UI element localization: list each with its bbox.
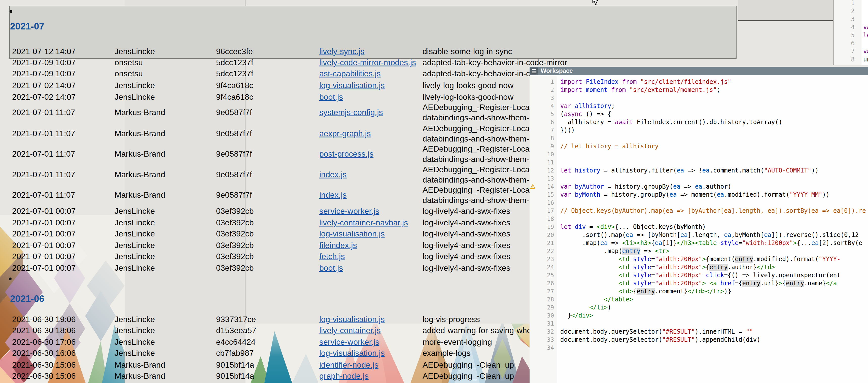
commit-file-link[interactable]: fetch.js (319, 252, 345, 261)
line-number: 30 (547, 312, 554, 319)
code-text: = (651, 256, 655, 263)
commit-message: databindings-and-show-them-i (423, 155, 531, 164)
line-number: 5 (551, 111, 554, 117)
commit-file-link[interactable]: index.js (319, 170, 347, 179)
code-text: ]]).reverse().slice(0,12 (771, 231, 859, 238)
code-fragment: le (863, 32, 868, 39)
commit-author: onsetsu (115, 58, 143, 67)
code-text: )) (822, 191, 830, 198)
line-number: 22 (547, 248, 554, 254)
commit-file-link[interactable]: identifier-node.js (319, 360, 378, 370)
commit-file-link[interactable]: service-worker.js (319, 338, 379, 347)
code-token-s: "width:1200px" (742, 240, 793, 247)
code-line: (async () => { (560, 110, 611, 118)
code-token-t: <td (618, 256, 629, 263)
code-line: })() (560, 127, 575, 134)
code-token-s: "YYYY- (819, 256, 841, 263)
commit-file-link[interactable]: log-visualisation.js (319, 349, 385, 358)
commit-file-link[interactable]: aexpr-graph.js (319, 129, 371, 138)
code-text: = (586, 223, 596, 230)
line-number: 6 (551, 119, 554, 125)
commit-file-link[interactable]: systemjs-config.js (319, 108, 383, 117)
commit-file-link[interactable]: lively-sync.js (319, 47, 365, 56)
line-number: 26 (547, 280, 554, 287)
line-number: 31 (547, 320, 554, 327)
commit-file-link[interactable]: boot.js (319, 263, 343, 273)
month-header-2021-06: 2021-06 (10, 294, 44, 304)
code-token-t: </td></tr> (688, 288, 724, 295)
window-titlebar[interactable]: Workspace (530, 67, 868, 75)
code-text: .name} (804, 280, 826, 287)
commit-date: 2021-07-01 00:07 (12, 218, 76, 227)
code-line: var byMonth = history.groupBy(ea => mome… (560, 191, 830, 198)
commit-message: log-lively4-and-swx-fixes (423, 241, 510, 250)
commit-file-link[interactable]: log-visualisation.js (319, 315, 385, 324)
commit-author: JensLincke (115, 81, 155, 90)
code-text: () => { (582, 110, 611, 118)
code-token-d: byMonth (575, 191, 600, 198)
code-text: ).innerHTML = (695, 328, 746, 335)
commit-date: 2021-07-02 14:07 (12, 81, 76, 90)
code-token-p: ea (655, 240, 662, 247)
commit-message: AEDebugging_-Register-Local (423, 185, 531, 195)
commit-message: example-logs (423, 349, 470, 358)
code-editor[interactable]: 1234567891011121314⚠15161718192021222324… (530, 75, 868, 383)
code-text (717, 280, 720, 287)
code-token-t: <tr> (655, 248, 670, 255)
code-text: = (651, 272, 655, 279)
code-token-p: ea (677, 167, 684, 174)
code-token-t: <td (618, 272, 629, 279)
commit-date: 2021-07-01 11:07 (12, 108, 75, 117)
line-number: 20 (547, 232, 554, 238)
commit-hash: d153eea57 (216, 326, 256, 335)
code-token-h: entry (709, 264, 727, 271)
line-number: 34 (547, 345, 554, 351)
code-line: <td style="width:200px">{moment(entry.mo… (560, 256, 841, 263)
code-token-s: "src/external/moment.js" (629, 86, 717, 93)
code-line: .sort().map(ea => [byMonth[ea].length, e… (560, 231, 859, 238)
commit-file-link[interactable]: lively-container.js (319, 326, 381, 335)
commit-file-link[interactable]: log-visualisation.js (319, 229, 385, 238)
commit-message: log-lively4-and-swx-fixes (423, 252, 510, 261)
code-token-d: byAuthor (575, 183, 604, 190)
commit-author: Markus-Brand (115, 170, 165, 179)
workspace-window[interactable]: Workspace 1234567891011121314⚠1516171819… (530, 67, 868, 383)
code-line: }</div> (560, 312, 593, 319)
commit-file-link[interactable]: lively-code-mirror-modes.js (319, 58, 416, 67)
commit-message: AEDebugging_-Clean_up (423, 360, 514, 370)
code-text: [1]} (662, 240, 677, 247)
commit-hash: 9e0587f7f (216, 149, 252, 159)
commit-file-link[interactable]: log-visualisation.js (319, 81, 385, 90)
code-text: )} (724, 288, 731, 295)
code-token-t: <div> (597, 223, 615, 230)
line-number: 9 (551, 143, 554, 150)
commit-message: databindings-and-show-them-i (423, 175, 531, 185)
code-token-s: "width:200px" (655, 264, 702, 271)
commit-file-link[interactable]: lively-container-navbar.js (319, 218, 408, 227)
code-token-t: <td (618, 280, 629, 287)
code-token-s: "width:200px" (655, 272, 702, 279)
background-code-editor[interactable]: 12345678 valevaun (833, 0, 868, 65)
commit-file-link[interactable]: index.js (319, 190, 347, 200)
commit-author: JensLincke (115, 92, 155, 102)
commit-file-link[interactable]: ast-capabilities.js (319, 69, 381, 78)
commit-date: 2021-07-09 10:07 (12, 58, 76, 67)
code-line: .map(ea => <li><h3>{ea[1]}</h3><table st… (560, 240, 862, 247)
code-text: { (651, 240, 655, 247)
commit-file-link[interactable]: fileindex.js (319, 241, 357, 250)
commit-hash: 9015bf14a (216, 372, 254, 381)
code-text: FileIndex.current().db.history.toArray() (633, 119, 782, 126)
commit-file-link[interactable]: service-worker.js (319, 206, 379, 216)
line-number: 2 (551, 87, 554, 93)
line-number: 33 (547, 337, 554, 343)
commit-message: log-vis-progress (423, 315, 480, 324)
commit-file-link[interactable]: post-process.js (319, 149, 373, 159)
commit-file-link[interactable]: boot.js (319, 92, 343, 102)
commit-file-link[interactable]: graph-node.js (319, 372, 369, 381)
warning-icon[interactable]: ⚠ (530, 183, 536, 190)
code-text: .author} (728, 264, 757, 271)
line-number: 18 (547, 216, 554, 222)
code-text: = allhistory.filter( (600, 167, 677, 174)
window-menu-icon[interactable] (530, 67, 538, 74)
code-content[interactable]: import FileIndex from "src/client/filein… (560, 75, 868, 383)
